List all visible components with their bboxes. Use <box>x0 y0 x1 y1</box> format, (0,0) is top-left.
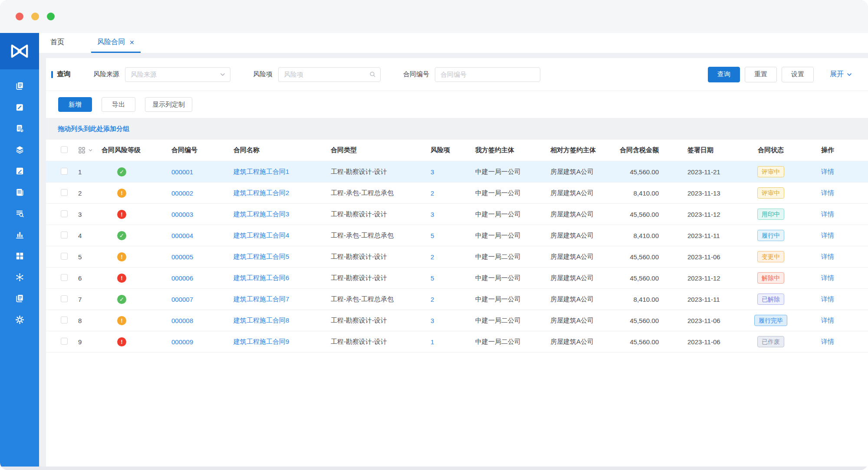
contract-name-link[interactable]: 建筑工程施工合同8 <box>233 317 289 324</box>
tab-risk-contract[interactable]: 风险合同 ✕ <box>91 33 141 53</box>
minimize-window-icon[interactable] <box>31 13 39 20</box>
header-contract-name[interactable]: 合同名称 <box>228 146 326 154</box>
table-row[interactable]: 8!000008建筑工程施工合同8工程-勘察设计-设计3中建一局二公司房屋建筑A… <box>46 310 868 331</box>
risk-items-link[interactable]: 2 <box>431 189 434 197</box>
detail-link[interactable]: 详情 <box>821 210 834 218</box>
table-row[interactable]: 4✓000004建筑工程施工合同4工程-承包-工程总承包5中建一局一公司房屋建筑… <box>46 225 868 246</box>
row-checkbox[interactable] <box>61 253 68 260</box>
contract-code-link[interactable]: 000007 <box>171 296 193 303</box>
detail-link[interactable]: 详情 <box>821 232 834 239</box>
header-risk-level[interactable]: 合同风险等级 <box>95 146 166 154</box>
risk-items-link[interactable]: 2 <box>431 253 434 261</box>
contract-code-link[interactable]: 000008 <box>171 317 193 324</box>
detail-link[interactable]: 详情 <box>821 295 834 303</box>
detail-link[interactable]: 详情 <box>821 338 834 345</box>
detail-link[interactable]: 详情 <box>821 317 834 324</box>
header-sign-date[interactable]: 签署日期 <box>662 146 736 154</box>
table-row[interactable]: 6!000006建筑工程施工合同6工程-勘察设计-设计5中建一局一公司房屋建筑A… <box>46 268 868 289</box>
sidebar-item-edit[interactable] <box>0 97 39 118</box>
contract-name-link[interactable]: 建筑工程施工合同1 <box>233 168 289 175</box>
risk-source-select-value[interactable] <box>125 68 230 82</box>
close-window-icon[interactable] <box>16 13 23 20</box>
sidebar-item-layers[interactable] <box>0 139 39 160</box>
our-party-cell: 中建一局一公司 <box>468 232 544 240</box>
risk-items-link[interactable]: 3 <box>431 211 434 218</box>
contract-code-link[interactable]: 000006 <box>171 274 193 282</box>
sidebar-item-gear[interactable] <box>0 309 39 330</box>
table-row[interactable]: 7✓000007建筑工程施工合同7工程-承包-工程总承包2中建一局一公司房屋建筑… <box>46 289 868 310</box>
row-checkbox[interactable] <box>61 338 68 345</box>
risk-items-link[interactable]: 3 <box>431 168 434 176</box>
select-all-checkbox[interactable] <box>61 146 68 153</box>
sidebar-item-documents[interactable] <box>0 75 39 97</box>
export-button[interactable]: 导出 <box>102 97 135 112</box>
header-our-party[interactable]: 我方签约主体 <box>468 146 544 154</box>
contract-name-link[interactable]: 建筑工程施工合同3 <box>233 210 289 218</box>
sidebar-item-copy[interactable] <box>0 288 39 309</box>
search-button[interactable]: 查询 <box>708 67 740 82</box>
contract-code-link[interactable]: 000002 <box>171 189 193 197</box>
table-row[interactable]: 3!000003建筑工程施工合同3工程-勘察设计-设计3中建一局一公司房屋建筑A… <box>46 204 868 225</box>
contract-name-link[interactable]: 建筑工程施工合同6 <box>233 274 289 281</box>
header-amount[interactable]: 合同含税金额 <box>609 146 662 154</box>
risk-items-link[interactable]: 5 <box>431 232 434 239</box>
detail-link[interactable]: 详情 <box>821 168 834 175</box>
sidebar-item-hub[interactable] <box>0 267 39 288</box>
risk-item-input[interactable] <box>279 68 380 82</box>
row-checkbox[interactable] <box>61 232 68 238</box>
table-row[interactable]: 1✓000001建筑工程施工合同1工程-勘察设计-设计3中建一局一公司房屋建筑A… <box>46 161 868 183</box>
detail-link[interactable]: 详情 <box>821 189 834 196</box>
column-settings-cell[interactable] <box>70 147 95 154</box>
maximize-window-icon[interactable] <box>47 13 55 20</box>
contract-name-link[interactable]: 建筑工程施工合同2 <box>233 189 289 196</box>
header-contract-type[interactable]: 合同类型 <box>326 146 424 154</box>
group-drop-zone[interactable]: 拖动列头到此处添加分组 <box>46 118 868 140</box>
tab-home[interactable]: 首页 <box>49 33 66 53</box>
contract-name-link[interactable]: 建筑工程施工合同7 <box>233 295 289 303</box>
sidebar-item-document-clock[interactable] <box>0 118 39 139</box>
header-status[interactable]: 合同状态 <box>736 146 806 154</box>
detail-link[interactable]: 详情 <box>821 274 834 281</box>
header-risk-items[interactable]: 风险项 <box>424 146 468 154</box>
sidebar-item-document-search[interactable] <box>0 203 39 224</box>
table-row[interactable]: 9!000009建筑工程施工合同9工程-勘察设计-设计1中建一局二公司房屋建筑A… <box>46 331 868 352</box>
sidebar-item-grid[interactable] <box>0 245 39 267</box>
contract-code-link[interactable]: 000005 <box>171 253 193 261</box>
risk-items-link[interactable]: 3 <box>431 317 434 324</box>
row-checkbox[interactable] <box>61 168 68 175</box>
risk-items-link[interactable]: 2 <box>431 296 434 303</box>
brand-logo[interactable] <box>0 33 39 69</box>
row-checkbox[interactable] <box>61 274 68 281</box>
settings-button[interactable]: 设置 <box>782 67 814 82</box>
sidebar-item-news[interactable] <box>0 182 39 203</box>
contract-code-link[interactable]: 000009 <box>171 338 193 346</box>
contract-code-link[interactable]: 000003 <box>171 211 193 218</box>
customize-columns-button[interactable]: 显示列定制 <box>145 97 192 112</box>
row-checkbox[interactable] <box>61 210 68 217</box>
detail-link[interactable]: 详情 <box>821 253 834 260</box>
row-checkbox[interactable] <box>61 295 68 302</box>
risk-source-select[interactable] <box>125 67 230 82</box>
contract-code-link[interactable]: 000001 <box>171 168 193 176</box>
row-checkbox[interactable] <box>61 189 68 196</box>
header-actions[interactable]: 操作 <box>806 146 868 154</box>
contract-name-link[interactable]: 建筑工程施工合同9 <box>233 338 289 345</box>
contract-code-input[interactable] <box>435 68 540 82</box>
header-contract-code[interactable]: 合同编号 <box>166 146 228 154</box>
risk-items-link[interactable]: 5 <box>431 274 434 282</box>
sidebar-item-signature[interactable] <box>0 160 39 182</box>
risk-items-link[interactable]: 1 <box>431 338 434 346</box>
header-counterparty[interactable]: 相对方签约主体 <box>544 146 609 154</box>
sidebar-item-bar-chart[interactable] <box>0 224 39 245</box>
table-row[interactable]: 2!000002建筑工程施工合同2工程-承包-工程总承包2中建一局一公司房屋建筑… <box>46 183 868 204</box>
add-button[interactable]: 新增 <box>58 97 92 112</box>
row-checkbox[interactable] <box>61 317 68 323</box>
expand-toggle[interactable]: 展开 <box>830 70 852 79</box>
table-row[interactable]: 5!000005建筑工程施工合同5工程-勘察设计-设计2中建一局二公司房屋建筑A… <box>46 246 868 268</box>
contract-code-link[interactable]: 000004 <box>171 232 193 239</box>
reset-button[interactable]: 重置 <box>745 67 777 82</box>
contract-name-link[interactable]: 建筑工程施工合同5 <box>233 253 289 260</box>
contract-name-link[interactable]: 建筑工程施工合同4 <box>233 232 289 239</box>
filter-contract-code: 合同编号 <box>403 67 540 82</box>
tab-close-icon[interactable]: ✕ <box>129 39 135 46</box>
